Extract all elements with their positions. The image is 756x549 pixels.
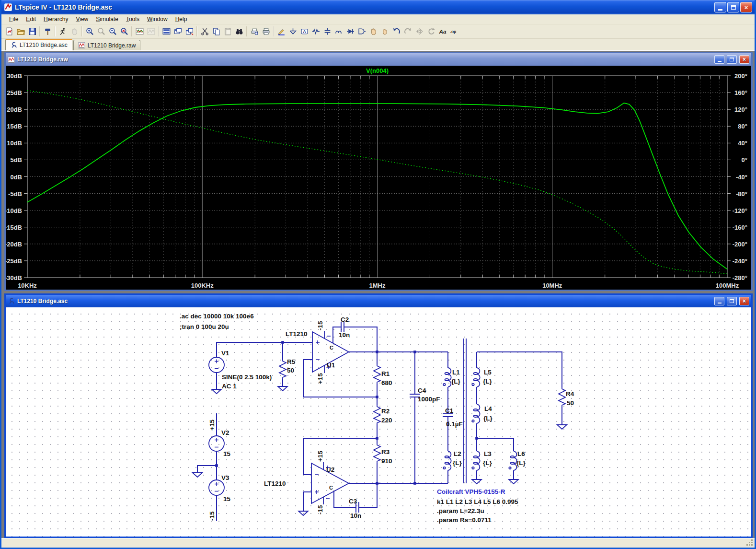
menu-window[interactable]: Window (143, 15, 172, 23)
undo-icon[interactable] (390, 25, 402, 37)
u2-name-label[interactable]: U2 (326, 466, 334, 473)
paste-icon[interactable] (222, 25, 233, 37)
resistor-R3[interactable] (374, 444, 380, 463)
minus15-rail-label[interactable]: -15 (208, 511, 216, 521)
schematic-wires[interactable] (197, 327, 562, 521)
component-icon[interactable] (356, 25, 367, 37)
ground-symbol[interactable] (557, 425, 567, 429)
l6-value-label[interactable]: {L} (516, 459, 526, 467)
spice-directive-tran[interactable]: ;tran 0 100u 20u (180, 323, 229, 330)
inductor-L4[interactable] (472, 404, 480, 423)
v1-value-label[interactable]: SINE(0 2.5 100k) (222, 374, 272, 381)
halt-waveform-icon[interactable] (145, 25, 157, 37)
waveform-window-titlebar[interactable]: LT1210 Bridge.raw × (6, 53, 751, 66)
l1-name-label[interactable]: L1 (452, 369, 460, 376)
spice-directive-ac[interactable]: .ac dec 10000 10k 100e6 (180, 313, 254, 320)
tab-lt1210-bridge-raw[interactable]: LT1210 Bridge.raw (73, 40, 141, 50)
c3-value-label[interactable]: 10n (350, 512, 361, 519)
l1-value-label[interactable]: {L} (451, 378, 461, 385)
zoom-full-extents-icon[interactable] (118, 25, 130, 37)
v1-ac-label[interactable]: AC 1 (222, 383, 237, 390)
find-icon[interactable] (233, 25, 245, 37)
c4-value-label[interactable]: 1000pF (418, 396, 440, 403)
c4-name-label[interactable]: C4 (418, 387, 426, 394)
c1-value-label[interactable]: 0.1µF (446, 421, 463, 428)
menu-hierarchy[interactable]: Hierarchy (40, 15, 72, 23)
l6-name-label[interactable]: L6 (517, 450, 525, 457)
menu-edit[interactable]: Edit (22, 15, 40, 23)
save-icon[interactable] (26, 25, 38, 37)
maximize-button[interactable] (727, 2, 739, 12)
u2-vminus-label[interactable]: -15 (317, 505, 324, 514)
c2-name-label[interactable]: C2 (341, 316, 349, 323)
cascade-windows-icon[interactable] (183, 25, 195, 37)
coupling-directive[interactable]: k1 L1 L2 L3 L4 L5 L6 0.995 (437, 498, 518, 505)
v3-name-label[interactable]: V3 (221, 474, 229, 481)
ground-symbol[interactable] (298, 511, 308, 515)
menu-tools[interactable]: Tools (122, 15, 143, 23)
move-icon[interactable] (367, 25, 379, 37)
c3-name-label[interactable]: C3 (349, 498, 357, 505)
voltage-source-V2[interactable] (209, 436, 224, 451)
plus15-rail-label[interactable]: +15 (208, 420, 216, 431)
tile-vertical-icon[interactable] (172, 25, 183, 37)
r5-value-label[interactable]: 50 (287, 367, 294, 374)
capacitor-C2[interactable] (341, 322, 344, 332)
r3-name-label[interactable]: R3 (381, 448, 390, 456)
u1-type-label[interactable]: LT1210 (286, 330, 308, 338)
ground-symbol[interactable] (193, 473, 202, 477)
menu-view[interactable]: View (72, 15, 92, 23)
r1-value-label[interactable]: 680 (381, 379, 392, 386)
coilcraft-note[interactable]: Coilcraft VPH5-0155-R (437, 488, 505, 495)
waveform-plot[interactable]: 30dB25dB20dB15dB10dB5dB0dB-5dB-10dB-15dB… (6, 66, 751, 290)
u2-vplus-label[interactable]: +15 (317, 451, 324, 462)
text-icon[interactable] (436, 25, 448, 37)
l2-name-label[interactable]: L2 (454, 450, 461, 457)
zoom-in-icon[interactable] (84, 25, 95, 37)
resistor-R5[interactable] (279, 360, 286, 379)
resistor-R4[interactable] (559, 387, 565, 407)
tab-lt1210-bridge-asc[interactable]: LT1210 Bridge.asc (5, 39, 72, 50)
inductor-L3[interactable] (472, 451, 480, 470)
v2-value-label[interactable]: 15 (223, 450, 231, 457)
print-preview-icon[interactable] (249, 25, 260, 37)
schematic-close-button[interactable]: × (739, 297, 749, 305)
zoom-back-icon[interactable] (95, 25, 107, 37)
r2-value-label[interactable]: 220 (381, 417, 392, 424)
inductor-L1[interactable] (443, 368, 451, 387)
inductor-L5[interactable] (472, 368, 480, 387)
ground-symbol[interactable] (472, 479, 481, 484)
r3-value-label[interactable]: 910 (381, 457, 392, 465)
new-schematic-icon[interactable] (3, 25, 15, 37)
r1-name-label[interactable]: R1 (381, 370, 390, 377)
inductor-icon[interactable] (333, 25, 344, 37)
mirror-icon[interactable] (413, 25, 425, 37)
ground-symbol[interactable] (212, 389, 221, 394)
l4-value-label[interactable]: {L} (483, 415, 493, 422)
waveform-maximize-button[interactable] (727, 55, 737, 64)
rotate-icon[interactable] (425, 25, 436, 37)
copy-icon[interactable] (210, 25, 222, 37)
ground-symbol[interactable] (509, 479, 518, 484)
menu-simulate[interactable]: Simulate (92, 15, 122, 23)
ground-icon[interactable] (287, 25, 298, 37)
v3-value-label[interactable]: 15 (223, 495, 231, 502)
print-icon[interactable] (260, 25, 272, 37)
minimize-button[interactable] (714, 2, 726, 12)
app-titlebar[interactable]: LTspice IV - LT1210 Bridge.asc × (1, 0, 755, 14)
menu-file[interactable]: File (5, 15, 22, 23)
schematic-window-titlebar[interactable]: LT1210 Bridge.asc × (6, 295, 751, 307)
voltage-source-V3[interactable] (209, 480, 224, 495)
resistor-R1[interactable] (374, 364, 380, 384)
v2-name-label[interactable]: V2 (221, 429, 229, 436)
u1-vminus-label[interactable]: -15 (317, 321, 324, 330)
u1-vplus-label[interactable]: +15 (317, 373, 324, 384)
voltage-source-V1[interactable] (209, 357, 224, 373)
close-button[interactable]: × (740, 2, 752, 12)
autorange-y-axis-icon[interactable] (134, 25, 145, 37)
l3-name-label[interactable]: L3 (484, 450, 492, 457)
spice-directive-icon[interactable] (448, 25, 459, 37)
waveform-minimize-button[interactable] (714, 55, 724, 64)
tile-horizontal-icon[interactable] (160, 25, 172, 37)
trace-title[interactable]: V(n004) (366, 67, 389, 74)
